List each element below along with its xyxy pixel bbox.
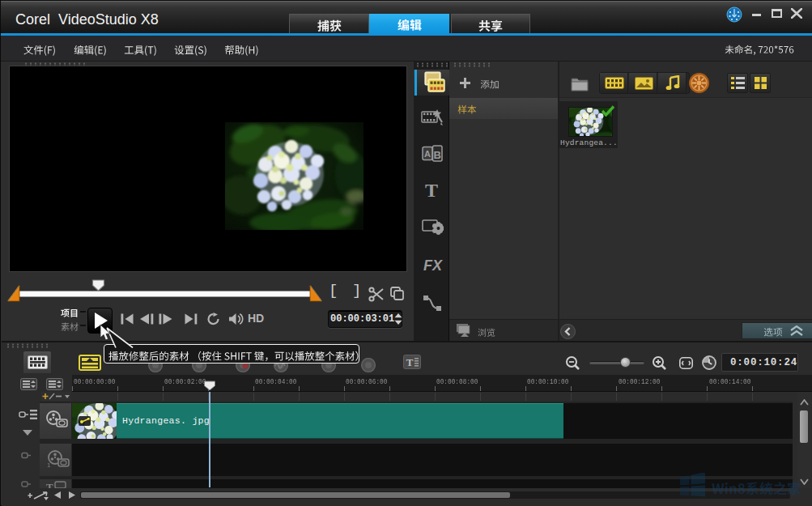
svg-text:1: 1 (47, 461, 51, 468)
svg-text:T: T (46, 481, 53, 488)
svg-text:T: T (406, 356, 414, 368)
svg-text:A: A (424, 149, 431, 159)
svg-text:B: B (434, 149, 441, 161)
